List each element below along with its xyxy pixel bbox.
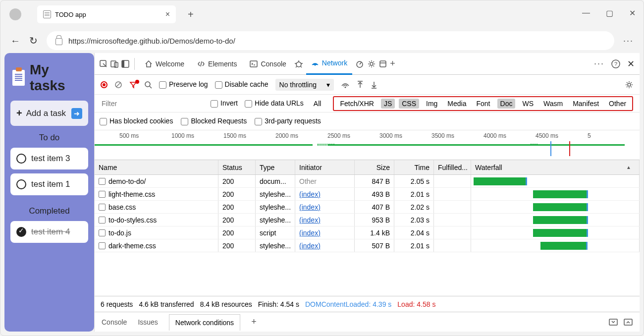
submit-task-button[interactable]: ➜	[71, 108, 82, 119]
col-name[interactable]: Name	[95, 160, 218, 174]
drawer-icon[interactable]	[609, 319, 618, 326]
type-filter-js[interactable]: JS	[381, 99, 395, 109]
initiator-link[interactable]: (index)	[299, 242, 321, 250]
hide-data-urls-checkbox[interactable]: Hide data URLs	[245, 99, 304, 108]
settings-gear-icon[interactable]	[625, 80, 634, 89]
table-row[interactable]: to-do-styles.css 200 styleshe... (index)…	[95, 214, 640, 226]
request-status: 200	[218, 188, 256, 200]
requests-table: Name Status Type Initiator Size Time Ful…	[95, 160, 640, 296]
col-time[interactable]: Time	[394, 160, 434, 174]
col-waterfall[interactable]: Waterfall▲	[471, 160, 640, 174]
task-item[interactable]: test item 3	[10, 148, 88, 169]
download-icon[interactable]	[371, 81, 377, 89]
request-size: 407 B	[355, 201, 394, 213]
timeline-tick: 4000 ms	[483, 132, 536, 139]
initiator-link[interactable]: (index)	[299, 190, 321, 198]
app-title: My tasks	[30, 62, 86, 94]
task-item[interactable]: test item 1	[10, 173, 88, 195]
type-filter-doc[interactable]: Doc	[497, 99, 516, 109]
request-status: 200	[218, 175, 256, 187]
type-filter-img[interactable]: Img	[423, 99, 440, 109]
invert-checkbox[interactable]: Invert	[211, 99, 238, 108]
back-button[interactable]: ←	[10, 35, 20, 47]
drawer-network-conditions[interactable]: Network conditions	[169, 314, 240, 331]
table-row[interactable]: to-do.js 200 script (index) 1.4 kB 2.04 …	[95, 226, 640, 239]
help-icon[interactable]: ?	[611, 59, 620, 68]
type-filter-ws[interactable]: WS	[519, 99, 537, 109]
code-icon	[197, 60, 205, 68]
filter-icon[interactable]	[129, 81, 137, 89]
type-filter-all[interactable]: All	[311, 99, 324, 109]
filter-input[interactable]	[100, 98, 204, 110]
type-filter-fetch-xhr[interactable]: Fetch/XHR	[337, 99, 376, 109]
col-status[interactable]: Status	[218, 160, 256, 174]
upload-icon[interactable]	[357, 81, 364, 89]
close-window-icon[interactable]: ✕	[629, 8, 636, 18]
initiator-link[interactable]: (index)	[299, 203, 321, 211]
initiator-link[interactable]: (index)	[299, 216, 321, 224]
tab-console[interactable]: Console	[245, 53, 291, 75]
table-row[interactable]: dark-theme.css 200 styleshe... (index) 5…	[95, 239, 640, 252]
record-button[interactable]	[101, 81, 107, 88]
tab-elements[interactable]: Elements	[192, 53, 242, 75]
table-row[interactable]: demo-to-do/ 200 docum... Other 847 B 2.0…	[95, 175, 640, 188]
maximize-icon[interactable]: ▢	[606, 8, 613, 18]
close-devtools-icon[interactable]: ✕	[627, 58, 635, 69]
checkbox-icon[interactable]	[16, 179, 26, 189]
type-filter-css[interactable]: CSS	[399, 99, 419, 109]
blocked-cookies-checkbox[interactable]: Has blocked cookies	[100, 117, 173, 125]
col-size[interactable]: Size	[355, 160, 394, 174]
request-time: 2.05 s	[394, 175, 434, 187]
throttling-select[interactable]: No throttling▾	[275, 79, 334, 91]
performance-icon[interactable]	[355, 59, 364, 68]
col-initiator[interactable]: Initiator	[295, 160, 355, 174]
table-row[interactable]: light-theme.css 200 styleshe... (index) …	[95, 188, 640, 201]
add-drawer-tab-button[interactable]: +	[251, 317, 257, 327]
inspect-icon[interactable]	[100, 60, 107, 68]
initiator-link[interactable]: (index)	[299, 229, 321, 237]
expand-drawer-icon[interactable]	[624, 319, 633, 326]
checkbox-checked-icon[interactable]	[16, 227, 26, 237]
third-party-checkbox[interactable]: 3rd-party requests	[255, 117, 321, 125]
table-row[interactable]: base.css 200 styleshe... (index) 407 B 2…	[95, 201, 640, 214]
drawer-tabs: Console Issues Network conditions +	[95, 312, 640, 332]
type-filter-media[interactable]: Media	[444, 99, 469, 109]
profile-avatar[interactable]	[9, 8, 21, 20]
type-filter-font[interactable]: Font	[474, 99, 493, 109]
type-filter-wasm[interactable]: Wasm	[540, 99, 566, 109]
tab-welcome[interactable]: Welcome	[140, 53, 189, 75]
col-type[interactable]: Type	[256, 160, 295, 174]
type-filter-other[interactable]: Other	[606, 99, 629, 109]
browser-menu-icon[interactable]: ···	[623, 36, 634, 46]
devtools-menu-icon[interactable]: ···	[594, 58, 604, 69]
search-icon[interactable]	[144, 81, 152, 89]
disable-cache-checkbox[interactable]: Disable cache	[215, 80, 268, 89]
col-fulfilled[interactable]: Fulfilled...	[434, 160, 471, 174]
drawer-console[interactable]: Console	[102, 318, 127, 326]
wifi-icon[interactable]	[341, 81, 350, 89]
task-item[interactable]: test item 4	[10, 221, 88, 243]
new-tab-button[interactable]: +	[188, 9, 194, 20]
browser-tab[interactable]: TODO app ×	[37, 5, 176, 23]
timeline-overview[interactable]: 500 ms1000 ms1500 ms2000 ms2500 ms3000 m…	[95, 130, 640, 160]
gear-icon[interactable]	[367, 59, 376, 68]
bug-icon[interactable]	[294, 59, 303, 68]
address-bar[interactable]: https://microsoftedge.github.io/Demos/de…	[47, 31, 614, 50]
type-filter-manifest[interactable]: Manifest	[570, 99, 602, 109]
add-task-input[interactable]: + Add a task ➜	[10, 101, 88, 126]
drawer-issues[interactable]: Issues	[138, 318, 158, 326]
app-icon[interactable]	[379, 60, 387, 68]
blocked-requests-checkbox[interactable]: Blocked Requests	[181, 117, 247, 125]
preserve-log-checkbox[interactable]: Preserve log	[159, 80, 208, 89]
dock-icon[interactable]	[121, 60, 129, 68]
tab-network[interactable]: Network	[306, 53, 352, 75]
checkbox-icon[interactable]	[16, 154, 26, 164]
minimize-icon[interactable]: —	[582, 8, 590, 18]
more-tabs-button[interactable]: +	[390, 58, 395, 69]
refresh-button[interactable]: ↻	[29, 35, 38, 47]
page-icon	[43, 10, 51, 18]
device-icon[interactable]	[110, 60, 118, 68]
close-tab-icon[interactable]: ×	[165, 10, 170, 19]
clear-icon[interactable]	[114, 81, 122, 89]
request-initiator: (index)	[295, 226, 355, 239]
